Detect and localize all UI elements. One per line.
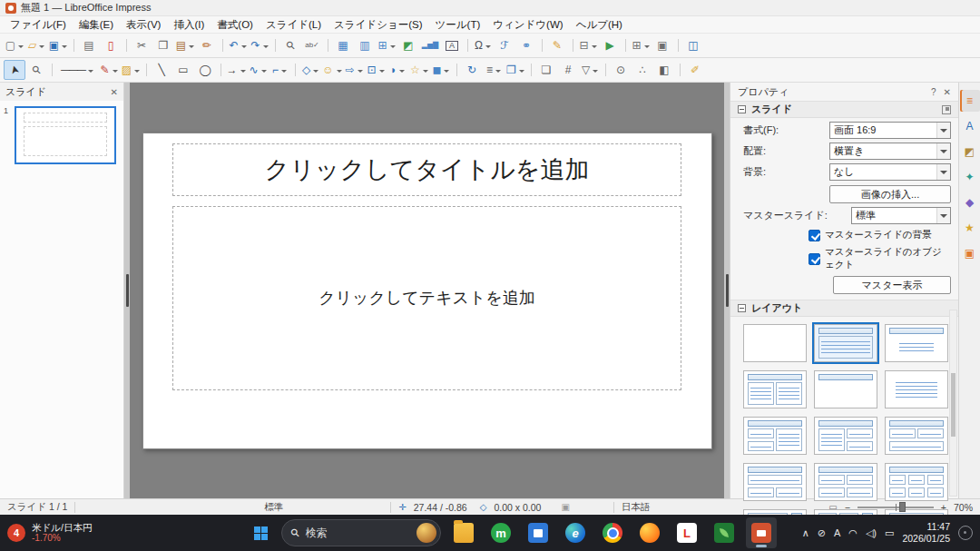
crop-icon[interactable]: #: [557, 60, 579, 80]
layout-centered-text[interactable]: [885, 370, 948, 408]
title-placeholder[interactable]: クリックしてタイトルを追加: [172, 143, 681, 196]
3d-objects-icon[interactable]: ◼: [430, 60, 452, 80]
store-icon[interactable]: [523, 517, 554, 548]
notification-icon[interactable]: [958, 526, 973, 540]
insert-image-icon[interactable]: ◩: [397, 35, 419, 55]
edge-icon[interactable]: e: [560, 517, 591, 548]
menu-item[interactable]: ウィンドウ(W): [486, 17, 569, 33]
orientation-select[interactable]: 横置き: [829, 143, 951, 160]
chevron-down-icon[interactable]: [936, 208, 950, 223]
save-status-icon[interactable]: ▣: [561, 502, 569, 512]
help-icon[interactable]: ?: [931, 87, 936, 97]
zoom-slider[interactable]: [858, 501, 934, 514]
collapse-icon[interactable]: [738, 105, 746, 113]
properties-scrollbar[interactable]: [949, 310, 957, 497]
master-slide-select[interactable]: 標準: [851, 207, 951, 224]
menu-item[interactable]: スライド(L): [260, 17, 328, 33]
display-grid-icon[interactable]: ▦: [332, 35, 354, 55]
search-highlight-image[interactable]: [416, 523, 436, 543]
rotate-icon[interactable]: ↻: [461, 60, 483, 80]
menu-item[interactable]: ツール(T): [429, 17, 487, 33]
green-app-icon[interactable]: m: [485, 517, 516, 548]
line-icon[interactable]: ╲: [151, 60, 172, 80]
connectors-icon[interactable]: ⌐: [269, 60, 290, 80]
taskbar-search[interactable]: ⚲ 検索: [281, 519, 441, 546]
rectangle-icon[interactable]: ▭: [172, 60, 194, 80]
chevron-down-icon[interactable]: [936, 123, 950, 138]
tray-battery-icon[interactable]: ▭: [885, 527, 894, 539]
align-objects-icon[interactable]: ≡: [483, 60, 505, 80]
tray-wifi-icon[interactable]: ◠: [848, 527, 858, 539]
print-icon[interactable]: ▤: [78, 35, 100, 55]
master-objects-checkbox[interactable]: [808, 253, 820, 265]
open-folder-icon[interactable]: ▱: [25, 35, 47, 55]
new-slide-icon[interactable]: ⊞: [630, 35, 652, 55]
callouts-icon[interactable]: ◗: [387, 60, 408, 80]
slide-thumbnail[interactable]: [15, 106, 116, 164]
copy-icon[interactable]: ❐: [152, 35, 174, 55]
leaf-app-icon[interactable]: [709, 517, 740, 548]
tab-master-slides[interactable]: ▣: [960, 242, 980, 264]
tab-animation[interactable]: ★: [960, 217, 980, 239]
points-icon[interactable]: ⊙: [610, 60, 632, 80]
fill-color-icon[interactable]: ▨: [120, 60, 142, 80]
snap-guides-icon[interactable]: ▥: [354, 35, 376, 55]
menu-item[interactable]: スライドショー(S): [328, 17, 428, 33]
layout-blank[interactable]: [743, 324, 807, 362]
more-options-icon[interactable]: [942, 105, 951, 114]
master-view-button[interactable]: マスター表示: [833, 276, 951, 294]
special-character-icon[interactable]: Ω: [472, 35, 494, 55]
chrome-icon[interactable]: [597, 517, 628, 548]
tray-volume-icon[interactable]: ◁): [866, 527, 877, 539]
clone-formatting-icon[interactable]: ✏: [196, 35, 218, 55]
slides-panel-close-icon[interactable]: ✕: [111, 87, 118, 97]
insert-chart-icon[interactable]: ▂▅▇: [419, 35, 441, 55]
start-button[interactable]: [247, 519, 274, 546]
zoom-slider-thumb[interactable]: [899, 502, 906, 512]
insert-textbox-icon[interactable]: A: [441, 35, 463, 55]
insert-table-icon[interactable]: ⊞: [376, 35, 397, 55]
scrollbar-thumb[interactable]: [951, 373, 956, 437]
splitter-handle[interactable]: [726, 274, 729, 307]
ellipse-icon[interactable]: ◯: [194, 60, 216, 80]
layout-content-2content[interactable]: [814, 417, 877, 455]
layout-title-2content[interactable]: [743, 370, 807, 408]
file-explorer-icon[interactable]: [448, 517, 479, 548]
basic-shapes-icon[interactable]: ◇: [299, 60, 321, 80]
left-splitter[interactable]: [124, 83, 130, 498]
content-placeholder[interactable]: クリックしてテキストを追加: [172, 206, 681, 390]
select-icon[interactable]: ➤: [4, 60, 25, 80]
redo-icon[interactable]: ↷: [249, 35, 270, 55]
paste-icon[interactable]: ▤: [174, 35, 196, 55]
layout-2content-over-content[interactable]: [885, 417, 948, 455]
show-draw-functions-icon[interactable]: ✎: [546, 35, 568, 55]
undo-icon[interactable]: ↶: [227, 35, 249, 55]
taskbar-widget[interactable]: 4 米ドル/日本円 -1.70%: [7, 515, 92, 551]
flowchart-icon[interactable]: ⊡: [365, 60, 387, 80]
glue-points-icon[interactable]: ∴: [632, 60, 653, 80]
zoom-icon[interactable]: ⚲: [25, 60, 47, 80]
line-style-select[interactable]: ———: [56, 60, 98, 80]
layout-4content[interactable]: [814, 463, 877, 501]
tray-hidden-eye-icon[interactable]: ⊘: [818, 527, 826, 539]
tab-shapes[interactable]: ◆: [960, 192, 980, 213]
background-select[interactable]: なし: [829, 163, 951, 181]
chevron-down-icon[interactable]: [936, 164, 950, 180]
master-background-checkbox[interactable]: [808, 230, 820, 241]
hyperlink-icon[interactable]: ⚭: [515, 35, 537, 55]
layout-6content[interactable]: [885, 463, 948, 501]
line-color-icon[interactable]: ✎: [98, 60, 120, 80]
interaction-icon[interactable]: ✐: [684, 60, 706, 80]
cut-icon[interactable]: ✂: [131, 35, 152, 55]
l-app-icon[interactable]: L: [671, 517, 702, 548]
new-document-icon[interactable]: ▢: [4, 35, 25, 55]
display-views-icon[interactable]: ⊟: [577, 35, 599, 55]
tab-gallery[interactable]: ◩: [960, 141, 980, 162]
firefox-icon[interactable]: [634, 517, 665, 548]
start-slideshow-icon[interactable]: ▶: [599, 35, 621, 55]
sidebar-toggle-icon[interactable]: ◫: [682, 35, 704, 55]
arrange-icon[interactable]: ❐: [505, 60, 526, 80]
tab-styles[interactable]: A: [960, 115, 980, 137]
block-arrows-icon[interactable]: ⇨: [343, 60, 365, 80]
taskbar-clock[interactable]: 11:47 2026/01/25: [902, 521, 950, 545]
